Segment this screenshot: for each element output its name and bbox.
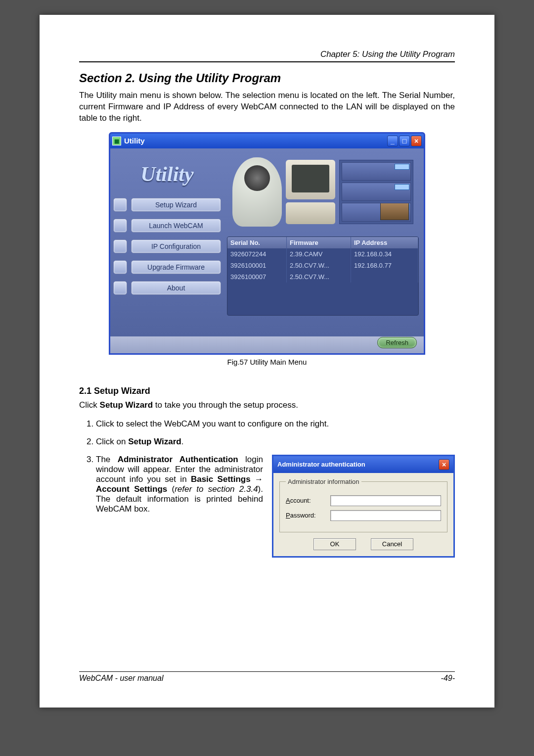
utility-window: ▦ Utility _ □ × Utility Setup Wizard Lau… bbox=[109, 132, 425, 355]
text: Click bbox=[79, 400, 100, 410]
menu-ip-configuration[interactable]: IP Configuration bbox=[113, 239, 221, 253]
device-gallery bbox=[227, 152, 419, 232]
cell-serial: 3926100001 bbox=[227, 260, 287, 271]
menu-upgrade-firmware[interactable]: Upgrade Firmware bbox=[113, 260, 221, 274]
menu-square-icon bbox=[113, 281, 127, 295]
refresh-button[interactable]: Refresh bbox=[377, 337, 417, 348]
col-ip: IP Address bbox=[351, 237, 418, 248]
utility-titlebar: ▦ Utility _ □ × bbox=[110, 134, 424, 148]
menu-square-icon bbox=[113, 260, 127, 274]
camera-illustration bbox=[232, 157, 282, 227]
table-row[interactable]: 3926100001 2.50.CV7.W... 192.168.0.77 bbox=[227, 260, 418, 271]
menu-label: IP Configuration bbox=[131, 239, 221, 253]
steps-list: Click to select the WebCAM you want to c… bbox=[96, 419, 455, 558]
text: ( bbox=[167, 484, 175, 494]
subsection-title: 2.1 Setup Wizard bbox=[79, 386, 455, 396]
utility-logo: Utility bbox=[113, 162, 221, 186]
utility-left-panel: Utility Setup Wizard Launch WebCAM IP Co… bbox=[110, 148, 224, 336]
cell-ip bbox=[351, 271, 418, 283]
cell-firmware: 2.50.CV7.W... bbox=[287, 260, 351, 271]
cell-serial: 3926072244 bbox=[227, 248, 287, 260]
bold-text: Administrator Authentication bbox=[118, 455, 238, 464]
auth-close-button[interactable]: × bbox=[439, 459, 449, 470]
cell-firmware: 2.39.CAMV bbox=[287, 248, 351, 260]
text: Click on bbox=[96, 437, 128, 446]
utility-app-icon: ▦ bbox=[112, 137, 121, 145]
camera-table[interactable]: Serial No. Firmware IP Address 392607224… bbox=[227, 236, 419, 316]
account-field[interactable] bbox=[330, 495, 441, 506]
menu-square-icon bbox=[113, 198, 127, 212]
divider-bottom bbox=[79, 671, 455, 672]
divider-top bbox=[79, 61, 455, 62]
page: Chapter 5: Using the Utility Program Sec… bbox=[40, 15, 494, 708]
menu-label: About bbox=[131, 281, 221, 295]
bold-text: Setup Wizard bbox=[128, 437, 181, 446]
footer-right: -49- bbox=[441, 674, 455, 683]
auth-legend: Administrator information bbox=[286, 478, 361, 485]
utility-footer-strip: Refresh bbox=[110, 336, 424, 353]
italic-text: refer to section 2.3.4 bbox=[175, 484, 258, 494]
cell-serial: 3926100007 bbox=[227, 271, 287, 283]
menu-label: Launch WebCAM bbox=[131, 219, 221, 233]
menu-square-icon bbox=[113, 219, 127, 233]
step-1: Click to select the WebCAM you want to c… bbox=[96, 419, 455, 429]
col-serial: Serial No. bbox=[227, 237, 287, 248]
screenshots-thumbnail bbox=[339, 160, 413, 224]
maximize-button[interactable]: □ bbox=[399, 136, 410, 146]
chapter-header: Chapter 5: Using the Utility Program bbox=[79, 49, 455, 59]
auth-titlebar: Administrator authentication × bbox=[273, 456, 453, 473]
col-firmware: Firmware bbox=[287, 237, 351, 248]
ok-button[interactable]: OK bbox=[313, 538, 356, 550]
utility-title-text: Utility bbox=[124, 137, 145, 145]
password-label: Password: bbox=[286, 512, 330, 519]
menu-about[interactable]: About bbox=[113, 281, 221, 295]
cancel-button[interactable]: Cancel bbox=[371, 538, 413, 550]
figure-caption: Fig.57 Utility Main Menu bbox=[79, 358, 455, 366]
close-button[interactable]: × bbox=[411, 136, 422, 146]
minimize-button[interactable]: _ bbox=[387, 136, 398, 146]
table-row[interactable]: 3926072244 2.39.CAMV 192.168.0.34 bbox=[227, 248, 418, 260]
auth-body: Administrator information Account: Passw… bbox=[273, 473, 453, 556]
cell-ip: 192.168.0.77 bbox=[351, 260, 418, 271]
cell-firmware: 2.50.CV7.W... bbox=[287, 271, 351, 283]
step-2: Click on Setup Wizard. bbox=[96, 437, 455, 447]
section-title: Section 2. Using the Utility Program bbox=[79, 71, 455, 85]
page-footer: WebCAM - user manual -49- bbox=[79, 669, 455, 683]
utility-body: Utility Setup Wizard Launch WebCAM IP Co… bbox=[110, 148, 424, 336]
bold-text: Setup Wizard bbox=[100, 400, 153, 410]
subsection-intro: Click Setup Wizard to take you through t… bbox=[79, 400, 455, 410]
text: to take you through the setup process. bbox=[153, 400, 298, 410]
step-3: The Administrator Authentication login w… bbox=[96, 455, 455, 558]
auth-fieldset: Administrator information Account: Passw… bbox=[279, 478, 447, 532]
text: The bbox=[96, 455, 118, 464]
menu-square-icon bbox=[113, 239, 127, 253]
pc-illustration bbox=[286, 160, 335, 224]
intro-paragraph: The Utility main menu is shown below. Th… bbox=[79, 90, 455, 124]
table-row[interactable]: 3926100007 2.50.CV7.W... bbox=[227, 271, 418, 283]
menu-launch-webcam[interactable]: Launch WebCAM bbox=[113, 219, 221, 233]
footer-left: WebCAM - user manual bbox=[79, 674, 163, 683]
table-header-row: Serial No. Firmware IP Address bbox=[227, 237, 418, 248]
account-label: Account: bbox=[286, 497, 330, 504]
cell-ip: 192.168.0.34 bbox=[351, 248, 418, 260]
menu-label: Setup Wizard bbox=[131, 198, 221, 212]
text: . bbox=[181, 437, 184, 446]
utility-right-panel: Serial No. Firmware IP Address 392607224… bbox=[224, 148, 424, 336]
menu-label: Upgrade Firmware bbox=[131, 260, 221, 274]
password-field[interactable] bbox=[330, 510, 441, 521]
auth-title-text: Administrator authentication bbox=[277, 461, 365, 468]
menu-setup-wizard[interactable]: Setup Wizard bbox=[113, 198, 221, 212]
auth-dialog: Administrator authentication × Administr… bbox=[272, 455, 455, 558]
